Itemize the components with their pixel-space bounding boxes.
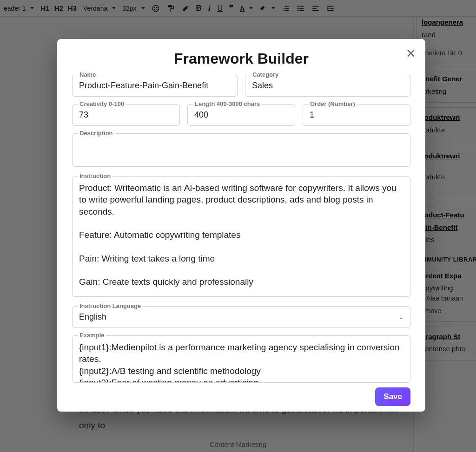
instruction-language-value: English <box>79 312 106 322</box>
example-input[interactable] <box>72 335 410 383</box>
length-input[interactable] <box>187 104 295 126</box>
save-button[interactable]: Save <box>375 387 410 406</box>
example-field: Example <box>72 335 410 385</box>
creativity-input[interactable] <box>72 104 180 126</box>
instruction-language-select[interactable]: English ⌄ <box>72 306 410 328</box>
description-input[interactable] <box>72 133 410 167</box>
order-label: Order (Number) <box>308 100 357 107</box>
category-input[interactable] <box>245 75 410 97</box>
modal-title: Framework Builder <box>72 50 410 67</box>
close-icon[interactable]: ✕ <box>406 47 416 59</box>
name-input[interactable] <box>72 75 238 97</box>
instruction-input[interactable] <box>72 176 410 297</box>
creativity-label: Creativity 0-100 <box>78 100 126 107</box>
name-field: Name <box>72 75 238 97</box>
length-label: Length 400-3000 chars <box>193 100 262 107</box>
instruction-field: Instruction <box>72 176 410 299</box>
order-input[interactable] <box>303 104 410 126</box>
name-label: Name <box>78 71 98 78</box>
category-field: Category <box>245 75 410 97</box>
category-label: Category <box>251 71 280 78</box>
description-field: Description <box>72 133 410 169</box>
chevron-down-icon: ⌄ <box>399 314 403 321</box>
length-field: Length 400-3000 chars <box>187 104 295 126</box>
description-label: Description <box>78 130 115 137</box>
instruction-language-label: Instruction Language <box>78 302 143 309</box>
instruction-label: Instruction <box>78 172 112 179</box>
order-field: Order (Number) <box>303 104 410 126</box>
example-label: Example <box>78 332 106 339</box>
framework-builder-modal: ✕ Framework Builder Name Category Creati… <box>57 39 425 412</box>
creativity-field: Creativity 0-100 <box>72 104 180 126</box>
instruction-language-field: Instruction Language English ⌄ <box>72 306 410 328</box>
